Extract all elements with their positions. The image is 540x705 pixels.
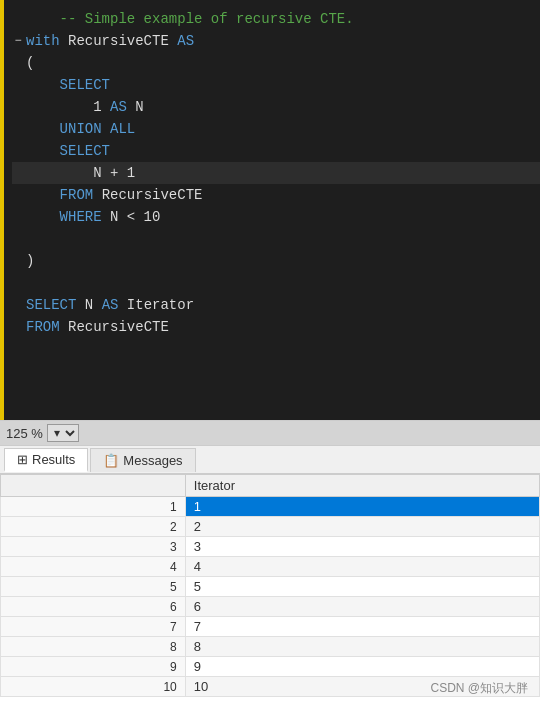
table-row: 11 [1, 497, 540, 517]
code-content: -- Simple example of recursive CTE.−with… [0, 0, 540, 346]
code-token: WHERE [26, 206, 110, 228]
code-line [12, 228, 540, 250]
table-row: 44 [1, 557, 540, 577]
table-row: 99 [1, 657, 540, 677]
results-area: Iterator 1122334455667788991010 CSDN @知识… [0, 474, 540, 705]
code-token: N [85, 294, 102, 316]
row-number: 7 [1, 617, 186, 637]
code-token: ( [26, 52, 34, 74]
code-token: FROM [26, 184, 102, 206]
table-row: 55 [1, 577, 540, 597]
code-line: N + 1 [12, 162, 540, 184]
row-number: 2 [1, 517, 186, 537]
code-line: −with RecursiveCTE AS [12, 30, 540, 52]
iterator-value[interactable]: 2 [185, 517, 539, 537]
collapse-icon[interactable]: − [12, 30, 24, 52]
code-token: UNION [26, 118, 110, 140]
code-line: -- Simple example of recursive CTE. [12, 8, 540, 30]
tab-results[interactable]: ⊞ Results [4, 448, 88, 472]
code-token: RecursiveCTE [102, 184, 203, 206]
code-token: AS [110, 96, 127, 118]
tab-messages[interactable]: 📋 Messages [90, 448, 195, 472]
code-token: AS [102, 294, 119, 316]
tab-messages-label: Messages [123, 453, 182, 468]
code-token: AS [177, 30, 194, 52]
code-token: with [26, 30, 60, 52]
zoom-label: 125 % [6, 426, 43, 441]
row-number: 6 [1, 597, 186, 617]
row-number: 10 [1, 677, 186, 697]
tabs-bar: ⊞ Results 📋 Messages [0, 446, 540, 474]
code-line: ( [12, 52, 540, 74]
table-row: 88 [1, 637, 540, 657]
code-token: FROM [26, 316, 68, 338]
results-icon: ⊞ [17, 452, 28, 467]
row-number: 5 [1, 577, 186, 597]
iterator-header: Iterator [185, 475, 539, 497]
code-token: 1 [26, 96, 110, 118]
iterator-value[interactable]: 7 [185, 617, 539, 637]
table-row: 66 [1, 597, 540, 617]
results-table: Iterator 1122334455667788991010 [0, 474, 540, 697]
iterator-value[interactable]: 6 [185, 597, 539, 617]
code-line: SELECT N AS Iterator [12, 294, 540, 316]
iterator-value[interactable]: 1 [185, 497, 539, 517]
code-line: SELECT [12, 74, 540, 96]
row-number: 4 [1, 557, 186, 577]
iterator-value[interactable]: 4 [185, 557, 539, 577]
tab-results-label: Results [32, 452, 75, 467]
code-token: N [127, 96, 144, 118]
zoom-bar: 125 % ▾ [0, 420, 540, 446]
code-token: N < 10 [110, 206, 160, 228]
code-token: N + 1 [26, 162, 135, 184]
row-number: 8 [1, 637, 186, 657]
code-line: ) [12, 250, 540, 272]
table-row: 22 [1, 517, 540, 537]
code-token: -- Simple example of recursive CTE. [26, 8, 354, 30]
table-row: 77 [1, 617, 540, 637]
watermark: CSDN @知识大胖 [430, 680, 528, 697]
code-token: RecursiveCTE [68, 316, 169, 338]
code-line: 1 AS N [12, 96, 540, 118]
row-number: 3 [1, 537, 186, 557]
code-token: RecursiveCTE [60, 30, 178, 52]
code-line: UNION ALL [12, 118, 540, 140]
iterator-value[interactable]: 5 [185, 577, 539, 597]
code-token: ALL [110, 118, 135, 140]
row-num-header [1, 475, 186, 497]
iterator-value[interactable]: 3 [185, 537, 539, 557]
code-token: ) [26, 250, 34, 272]
messages-icon: 📋 [103, 453, 119, 468]
code-line [12, 272, 540, 294]
code-token: SELECT [26, 294, 85, 316]
code-line: FROM RecursiveCTE [12, 316, 540, 338]
row-number: 1 [1, 497, 186, 517]
code-line: SELECT [12, 140, 540, 162]
code-token: SELECT [26, 74, 110, 96]
iterator-value[interactable]: 8 [185, 637, 539, 657]
code-line: WHERE N < 10 [12, 206, 540, 228]
zoom-dropdown[interactable]: ▾ [47, 424, 79, 442]
code-editor: -- Simple example of recursive CTE.−with… [0, 0, 540, 420]
row-number: 9 [1, 657, 186, 677]
code-line: FROM RecursiveCTE [12, 184, 540, 206]
iterator-value[interactable]: 9 [185, 657, 539, 677]
code-token: Iterator [118, 294, 194, 316]
code-token: SELECT [26, 140, 110, 162]
table-row: 33 [1, 537, 540, 557]
